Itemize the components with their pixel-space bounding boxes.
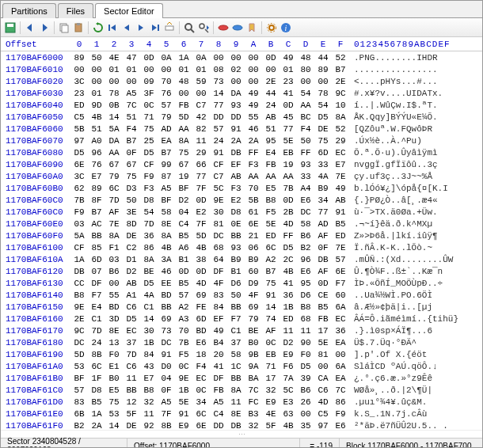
- hex-byte[interactable]: E1: [105, 362, 123, 371]
- hex-byte[interactable]: 42: [192, 112, 210, 122]
- hex-byte[interactable]: CC: [70, 279, 88, 288]
- hex-byte[interactable]: B2: [70, 421, 88, 431]
- hex-byte[interactable]: 00: [192, 89, 210, 98]
- hex-byte[interactable]: ED: [70, 101, 88, 110]
- hex-byte[interactable]: C6: [123, 302, 140, 312]
- ascii-cell[interactable]: Z»>Þ6å.|lkí.iûÿ¶: [349, 231, 438, 241]
- hex-byte[interactable]: DB: [70, 267, 88, 276]
- hex-byte[interactable]: 8B: [158, 421, 175, 431]
- hex-byte[interactable]: 5B: [245, 196, 262, 205]
- hex-byte[interactable]: B0: [105, 374, 123, 383]
- hex-byte[interactable]: 71: [262, 362, 280, 371]
- hex-byte[interactable]: AD: [158, 124, 175, 134]
- hex-bytes[interactable]: 9EE4BDC6C1BBA2FE84BB69141BB8B56A: [70, 302, 349, 312]
- hex-bytes[interactable]: 5D8BF07D8491F51820589BEBE9F08100: [70, 350, 349, 359]
- hex-byte[interactable]: 48: [175, 77, 192, 86]
- hex-byte[interactable]: 00: [245, 77, 262, 86]
- hex-byte[interactable]: A1: [123, 290, 140, 300]
- hex-byte[interactable]: DE: [314, 124, 332, 134]
- hex-byte[interactable]: E9: [262, 397, 280, 407]
- hex-byte[interactable]: 5C: [210, 184, 227, 193]
- hex-byte[interactable]: 91: [210, 148, 227, 158]
- hex-byte[interactable]: 17: [262, 374, 280, 383]
- hex-byte[interactable]: 36: [332, 326, 349, 336]
- hex-byte[interactable]: 11: [123, 374, 140, 383]
- hex-byte[interactable]: 12: [123, 397, 140, 407]
- hex-byte[interactable]: B8: [70, 290, 88, 300]
- hex-byte[interactable]: 0E: [227, 219, 245, 229]
- hex-byte[interactable]: 73: [158, 326, 175, 336]
- hex-byte[interactable]: 0D: [280, 196, 297, 205]
- hex-byte[interactable]: 89: [88, 184, 105, 193]
- hex-byte[interactable]: 8A: [158, 231, 175, 241]
- hex-byte[interactable]: ED: [280, 314, 297, 324]
- hex-byte[interactable]: 53: [70, 362, 88, 371]
- gear-icon[interactable]: [265, 21, 278, 34]
- last-icon[interactable]: [149, 21, 162, 34]
- hex-byte[interactable]: 4B: [158, 243, 175, 252]
- hex-byte[interactable]: CF: [210, 160, 227, 169]
- hex-byte[interactable]: D8: [140, 196, 158, 205]
- hex-row[interactable]: 1170BAF61E06B1A535F117F916CC48EB34E6300C…: [1, 408, 482, 420]
- hex-byte[interactable]: BE: [140, 267, 158, 276]
- hex-byte[interactable]: 7D: [123, 350, 140, 359]
- goto-icon[interactable]: [163, 21, 176, 34]
- hex-byte[interactable]: 17: [314, 326, 332, 336]
- hex-byte[interactable]: 6E: [245, 219, 262, 229]
- hex-byte[interactable]: 6A: [332, 362, 349, 371]
- back-icon[interactable]: [24, 21, 36, 34]
- ascii-cell[interactable]: ].p'.Of X.{éöt: [349, 350, 427, 359]
- hex-byte[interactable]: 44: [314, 53, 332, 63]
- hex-byte[interactable]: 78: [314, 89, 332, 98]
- hex-byte[interactable]: 0F: [314, 243, 332, 252]
- hex-row[interactable]: 1170BAF6040ED9D0B7C0C57FBC7779349240DAA5…: [1, 99, 482, 111]
- hex-byte[interactable]: 4F: [245, 290, 262, 300]
- hex-byte[interactable]: B5: [175, 279, 192, 288]
- hex-data-area[interactable]: 1170BAF600089504E470D0A1A0A0000000D49484…: [1, 51, 482, 430]
- hex-byte[interactable]: B6: [297, 231, 314, 241]
- hex-byte[interactable]: 00: [175, 89, 192, 98]
- hex-byte[interactable]: ED: [332, 231, 349, 241]
- ascii-cell[interactable]: #.x¥?v....UIDATx.: [349, 89, 443, 98]
- hex-row[interactable]: 1170BAF60605B515AF475ADAA825791465177F4D…: [1, 123, 482, 135]
- tab-files[interactable]: Files: [58, 3, 93, 18]
- hex-byte[interactable]: B6: [297, 385, 314, 395]
- hex-byte[interactable]: C1: [140, 302, 158, 312]
- hex-row[interactable]: 1170BAF61602EC13DD51469A36DEFF77974ED68F…: [1, 313, 482, 325]
- hex-byte[interactable]: 4E: [105, 53, 123, 63]
- hex-byte[interactable]: 6D: [192, 314, 210, 324]
- ascii-cell[interactable]: SláÌCD ºAÚ.qöÔ.↓: [349, 362, 438, 371]
- hex-byte[interactable]: 75: [123, 172, 140, 181]
- hex-byte[interactable]: 49: [332, 184, 349, 193]
- hex-byte[interactable]: B1: [175, 255, 192, 264]
- hex-byte[interactable]: 44: [262, 89, 280, 98]
- hex-byte[interactable]: 14: [140, 314, 158, 324]
- hex-byte[interactable]: D5: [314, 112, 332, 122]
- hex-bytes[interactable]: 97A0DAB725EA8A11242A2A955E507529: [70, 136, 349, 146]
- hex-bytes[interactable]: 7B8F7D50D8BFD20D9EE25BB80DE634AB: [70, 196, 349, 205]
- hex-byte[interactable]: 00: [245, 65, 262, 74]
- hex-byte[interactable]: 49: [245, 101, 262, 110]
- hex-row[interactable]: 1170BAF60B062896CD3F3A5BF7F5CF370E57BA4B…: [1, 182, 482, 194]
- hex-byte[interactable]: 8E: [158, 219, 175, 229]
- info-icon[interactable]: i: [280, 21, 292, 34]
- hex-byte[interactable]: C4: [175, 219, 192, 229]
- hex-row[interactable]: 1170BAF6180DC2413371BDC7BE6B437B00CD2905…: [1, 336, 482, 348]
- hex-bytes[interactable]: 6E766767CF996766CFEFF3FB199333E7: [70, 160, 349, 169]
- hex-byte[interactable]: C6: [314, 385, 332, 395]
- hex-byte[interactable]: B8: [297, 302, 314, 312]
- hex-byte[interactable]: F6: [280, 362, 297, 371]
- hex-byte[interactable]: 3C: [70, 77, 88, 86]
- hex-byte[interactable]: 0C: [175, 362, 192, 371]
- hex-byte[interactable]: 00: [297, 77, 314, 86]
- hex-byte[interactable]: 69: [192, 290, 210, 300]
- hex-byte[interactable]: 84: [210, 302, 227, 312]
- hex-byte[interactable]: B6: [105, 267, 123, 276]
- hex-byte[interactable]: F9: [70, 207, 88, 217]
- hex-bytes[interactable]: CCDF00ABD5EEB54D4FD6D97541950DF7: [70, 279, 349, 288]
- hex-byte[interactable]: 4B: [88, 112, 105, 122]
- hex-byte[interactable]: 32: [262, 385, 280, 395]
- hex-byte[interactable]: DC: [210, 231, 227, 241]
- hex-byte[interactable]: 73: [210, 77, 227, 86]
- hex-byte[interactable]: 5E: [280, 136, 297, 146]
